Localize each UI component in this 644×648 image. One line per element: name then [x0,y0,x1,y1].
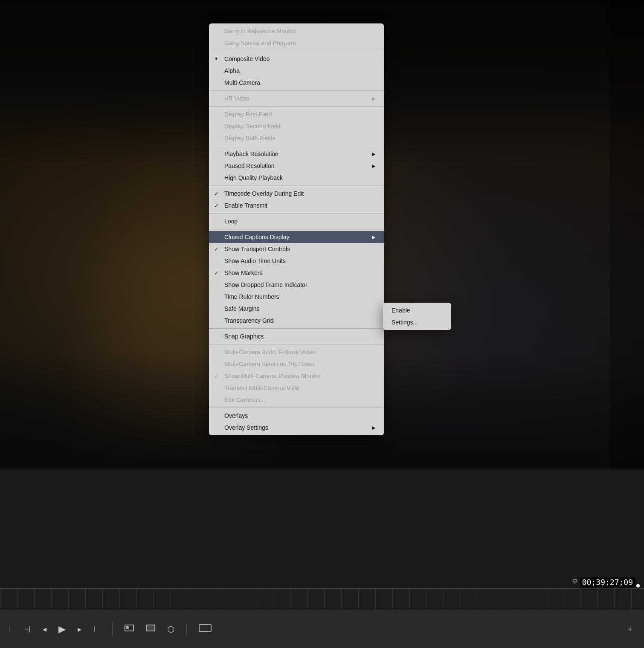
to-start-icon: ⊣ [24,625,31,634]
add-icon: + [627,624,633,634]
export-frame-button[interactable]: ⬡ [165,622,177,636]
to-end-button[interactable]: ⊢ [91,623,103,636]
closed-captions-submenu: Enable Settings... [383,303,451,330]
panel-settings-button[interactable] [196,622,214,636]
menu-item-closed-captions-display[interactable]: Closed Captions Display ▶ [209,231,384,243]
arrow-icon: ▶ [372,425,375,431]
menu-item-timecode-overlay[interactable]: Timecode Overlay During Edit [209,188,384,200]
context-menu: Gang to Reference Monitor Gang Source an… [209,23,384,435]
marker-icon: ⊢ [9,625,15,633]
overwrite-button[interactable] [143,623,158,635]
menu-item-high-quality-playback[interactable]: High Quality Playback [209,172,384,184]
separator-4 [209,146,384,146]
menu-item-display-second-field[interactable]: Display Second Field [209,120,384,132]
menu-item-snap-graphics[interactable]: Snap Graphics [209,330,384,342]
arrow-icon: ▶ [372,151,375,157]
separator-10 [209,408,384,408]
arrow-icon: ▶ [372,163,375,169]
toolbar: ⊢ ⊣ ◂ ▶ ▸ ⊢ ⬡ + [0,610,644,648]
menu-item-multicam-audio[interactable]: Multi-Camera Audio Follows Video [209,346,384,358]
menu-item-multi-camera[interactable]: Multi-Camera [209,77,384,89]
submenu-item-settings[interactable]: Settings... [383,316,451,328]
menu-item-multicam-selection[interactable]: Multi-Camera Selection Top Down [209,358,384,370]
to-end-icon: ⊢ [93,625,100,634]
export-frame-icon: ⬡ [167,625,174,634]
wrench-icon[interactable]: ⚙ [572,577,578,585]
menu-item-display-both-fields[interactable]: Display Both Fields [209,132,384,144]
menu-item-vr-video[interactable]: VR Video ▶ [209,93,384,104]
timeline-ruler[interactable] [0,589,644,610]
submenu-item-enable[interactable]: Enable [383,304,451,316]
menu-item-show-transport-controls[interactable]: Show Transport Controls [209,243,384,255]
menu-item-transmit-multicam[interactable]: Transmit Multi-Camera View [209,382,384,394]
menu-item-gang-reference[interactable]: Gang to Reference Monitor [209,25,384,37]
separator-1 [209,51,384,51]
toolbar-divider-1 [112,623,113,636]
step-back-button[interactable]: ◂ [40,623,49,636]
timecode-display: 00;39;27;09 [580,577,635,587]
separator-9 [209,344,384,344]
menu-item-overlays[interactable]: Overlays [209,410,384,422]
menu-item-composite-video[interactable]: Composite Video [209,53,384,65]
separator-7 [209,229,384,229]
add-button[interactable]: + [625,622,635,636]
step-forward-icon: ▸ [78,625,81,634]
to-start-button[interactable]: ⊣ [21,623,33,636]
play-button[interactable]: ▶ [56,622,68,636]
separator-3 [209,106,384,107]
menu-item-alpha[interactable]: Alpha [209,65,384,77]
play-icon: ▶ [58,624,66,634]
menu-item-time-ruler-numbers[interactable]: Time Ruler Numbers [209,291,384,303]
arrow-icon: ▶ [372,234,375,240]
menu-item-enable-transmit[interactable]: Enable Transmit [209,200,384,211]
right-panel [610,0,644,469]
menu-item-playback-resolution[interactable]: Playback Resolution ▶ [209,148,384,160]
separator-6 [209,213,384,214]
timeline [0,588,644,610]
scroll-indicator [636,584,640,587]
menu-item-display-first-field[interactable]: Display First Field [209,108,384,120]
step-forward-button[interactable]: ▸ [75,623,84,636]
menu-item-show-multicam-preview[interactable]: ✓ Show Multi-Camera Preview Monitor [209,370,384,382]
separator-5 [209,185,384,186]
menu-item-overlay-settings[interactable]: Overlay Settings ▶ [209,422,384,434]
menu-item-paused-resolution[interactable]: Paused Resolution ▶ [209,160,384,172]
separator-8 [209,328,384,329]
insert-button[interactable] [122,623,136,635]
step-back-icon: ◂ [43,625,46,634]
menu-item-show-markers[interactable]: Show Markers [209,267,384,279]
menu-item-loop[interactable]: Loop [209,215,384,227]
menu-item-gang-source[interactable]: Gang Source and Program [209,37,384,49]
menu-item-show-audio-time-units[interactable]: Show Audio Time Units [209,255,384,267]
menu-item-edit-cameras[interactable]: Edit Cameras... [209,394,384,406]
menu-item-show-dropped-frame[interactable]: Show Dropped Frame Indicator [209,279,384,291]
menu-item-safe-margins[interactable]: Safe Margins [209,303,384,315]
toolbar-divider-2 [186,623,187,636]
separator-2 [209,90,384,91]
menu-item-transparency-grid[interactable]: Transparency Grid [209,315,384,327]
overwrite-icon [146,625,155,631]
panel-settings-icon [199,624,212,632]
arrow-icon: ▶ [372,96,375,101]
insert-icon [125,625,134,631]
